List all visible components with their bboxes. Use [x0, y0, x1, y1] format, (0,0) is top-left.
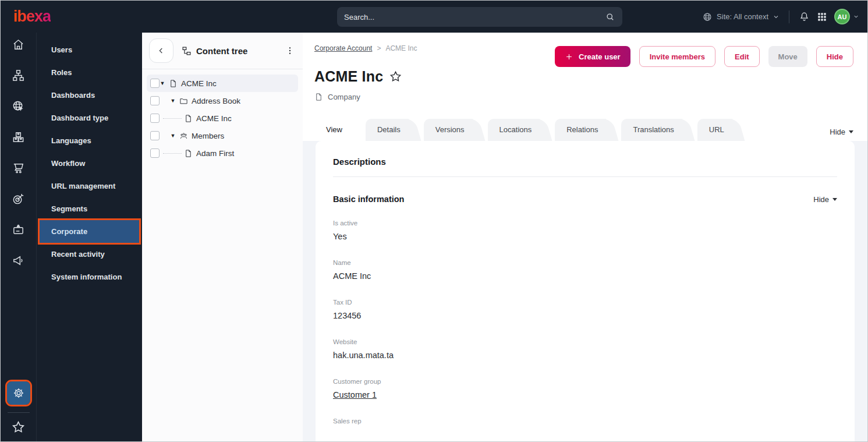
rail-item-bookmarks[interactable] [11, 420, 26, 434]
rail-item-settings[interactable] [7, 381, 30, 405]
megaphone-icon [12, 254, 25, 267]
tree-checkbox[interactable] [150, 148, 160, 158]
document-icon [314, 93, 323, 101]
chevron-down-icon [853, 13, 859, 20]
star-icon [11, 420, 26, 434]
chevron-down-icon [773, 13, 780, 20]
customer-group-link[interactable]: Customer 1 [333, 390, 377, 399]
globe-cursor-icon [12, 100, 25, 113]
menu-item-url-management[interactable]: URL management [40, 175, 139, 197]
app-body: Users Roles Dashboards Dashboard type La… [1, 33, 867, 441]
tree-options-kebab-icon[interactable] [285, 46, 295, 55]
site-context-label: Site: All context [717, 12, 768, 21]
field-name: Name ACME Inc [333, 259, 837, 281]
rail-item-site[interactable] [7, 99, 30, 113]
rail-item-content-structure[interactable] [7, 68, 30, 82]
field-value: 123456 [333, 311, 837, 320]
breadcrumb-current: ACME Inc [385, 44, 417, 52]
rail-item-marketing[interactable] [7, 192, 30, 206]
menu-item-dashboards[interactable]: Dashboards [40, 84, 139, 107]
gear-icon [12, 387, 25, 399]
menu-item-workflow[interactable]: Workflow [40, 152, 139, 175]
tab-url[interactable]: URL [697, 119, 739, 141]
edit-button[interactable]: Edit [724, 46, 760, 67]
field-label: Is active [333, 220, 837, 227]
menu-item-users[interactable]: Users [40, 38, 139, 61]
tree-connector [163, 118, 182, 119]
tabs-hide-toggle[interactable]: Hide [830, 128, 853, 141]
section-title: Descriptions [333, 157, 837, 167]
tab-relations[interactable]: Relations [555, 119, 613, 141]
rail-item-products[interactable] [7, 130, 30, 144]
tab-translations[interactable]: Translations [621, 119, 689, 141]
chevron-left-icon [157, 46, 166, 55]
create-user-button[interactable]: Create user [555, 46, 630, 67]
field-label: Customer group [333, 378, 837, 385]
tab-view[interactable]: View [314, 119, 357, 141]
menu-item-corporate[interactable]: Corporate [40, 220, 139, 243]
tree-checkbox[interactable] [150, 131, 160, 140]
tree-item-acme-inc-child[interactable]: ACME Inc [147, 109, 298, 127]
tabs-row: View Details Versions Locations Relation… [303, 119, 867, 141]
search-icon[interactable] [605, 12, 615, 22]
field-customer-group: Customer group Customer 1 [333, 378, 837, 399]
rail-item-announcements[interactable] [7, 253, 30, 267]
folder-icon [179, 97, 188, 105]
hide-button[interactable]: Hide [816, 46, 853, 67]
global-search[interactable] [337, 7, 622, 27]
menu-item-recent-activity[interactable]: Recent activity [40, 243, 139, 266]
packages-icon [12, 130, 25, 144]
menu-item-dashboard-type[interactable]: Dashboard type [40, 107, 139, 129]
tree-item-address-book[interactable]: ▼ Address Book [147, 92, 298, 109]
tree-item-members[interactable]: ▼ Members [147, 127, 298, 144]
field-is-active: Is active Yes [333, 220, 837, 241]
bookmark-star-icon[interactable] [389, 70, 402, 83]
tree-item-adam-first[interactable]: Adam First [147, 144, 298, 162]
field-label: Tax ID [333, 299, 837, 306]
rail-item-home[interactable] [7, 37, 30, 51]
main-content: Corporate Account > ACME Inc Create user… [303, 33, 867, 441]
tab-locations[interactable]: Locations [488, 119, 547, 141]
home-icon [12, 38, 25, 51]
field-value: ACME Inc [333, 271, 837, 281]
breadcrumb-parent-link[interactable]: Corporate Account [314, 44, 372, 52]
tab-versions[interactable]: Versions [424, 119, 480, 141]
caret-down-icon [849, 130, 853, 133]
topbar-divider [789, 10, 789, 23]
view-card: Descriptions Basic information Hide Is a… [316, 141, 855, 441]
expand-arrow-icon[interactable]: ▼ [160, 80, 165, 86]
page-title: ACME Inc [314, 68, 383, 85]
expand-arrow-icon[interactable]: ▼ [170, 133, 176, 139]
field-sales-rep: Sales rep [333, 418, 837, 425]
menu-item-languages[interactable]: Languages [40, 129, 139, 152]
collapse-tree-button[interactable] [149, 38, 173, 63]
id-badge-icon [12, 223, 25, 236]
site-context-selector[interactable]: Site: All context [702, 12, 780, 22]
search-input[interactable] [344, 13, 605, 22]
globe-icon [702, 12, 713, 22]
field-tax-id: Tax ID 123456 [333, 299, 837, 320]
tree-item-acme-inc[interactable]: ▼ ACME Inc [147, 75, 298, 92]
invite-members-button[interactable]: Invite members [639, 46, 715, 67]
target-icon [12, 192, 25, 206]
user-menu[interactable]: AU [834, 9, 859, 24]
tab-details[interactable]: Details [366, 119, 416, 141]
rail-item-personnel[interactable] [7, 222, 30, 236]
rail-item-commerce[interactable] [7, 161, 30, 175]
tree-checkbox[interactable] [150, 79, 160, 88]
app-grid-icon[interactable] [817, 12, 827, 22]
tree-checkbox[interactable] [150, 96, 160, 105]
tree-checkbox[interactable] [150, 114, 160, 123]
notifications-bell-icon[interactable] [799, 11, 810, 22]
move-button[interactable]: Move [768, 46, 807, 67]
main-header: Corporate Account > ACME Inc Create user… [303, 33, 867, 101]
expand-arrow-icon[interactable]: ▼ [170, 98, 176, 104]
group-title: Basic information [333, 195, 404, 204]
menu-item-segments[interactable]: Segments [40, 197, 139, 220]
group-hide-toggle[interactable]: Hide [813, 195, 837, 204]
avatar[interactable]: AU [834, 9, 850, 24]
rail-separator [8, 412, 30, 413]
field-list: Is active Yes Name ACME Inc Tax ID 12345… [333, 220, 837, 425]
menu-item-system-information[interactable]: System information [40, 266, 139, 288]
menu-item-roles[interactable]: Roles [40, 61, 139, 84]
